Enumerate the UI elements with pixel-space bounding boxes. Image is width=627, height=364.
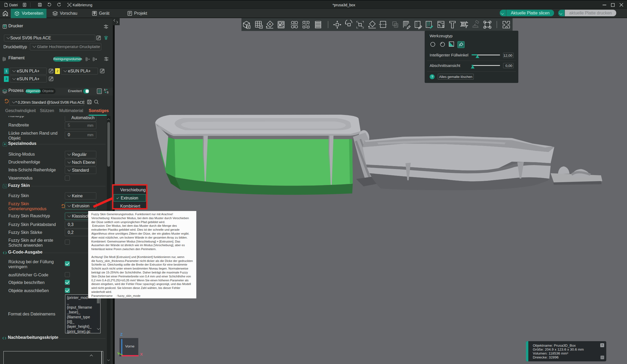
svg-text:A: A: [269, 23, 271, 26]
svg-text:A: A: [104, 88, 106, 91]
svg-text:B: B: [107, 91, 109, 94]
